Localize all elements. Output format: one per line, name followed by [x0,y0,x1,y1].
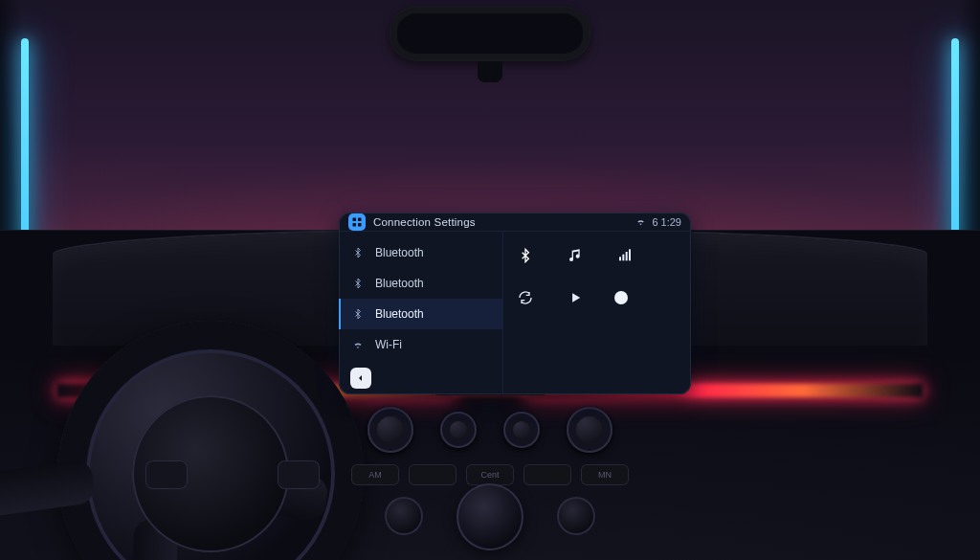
svg-rect-5 [622,255,624,261]
play-icon[interactable] [565,287,586,308]
status-clock: 6 1:29 [652,216,681,228]
screen-header: Connection Settings 6 1:29 [339,213,691,232]
app-icon [348,213,366,231]
music-icon[interactable] [565,245,586,266]
svg-rect-2 [353,223,357,227]
center-console: 12:21 AM Cent MN [346,369,634,560]
wifi-icon [350,339,366,350]
menu-item-label: Wi-Fi [375,338,402,351]
console-button[interactable]: AM [351,464,399,485]
menu-item-bluetooth[interactable]: Bluetooth [339,268,502,299]
car-interior-scene: 12:21 AM Cent MN [0,0,980,560]
jog-side-right[interactable] [557,497,595,535]
svg-rect-6 [626,252,628,260]
console-button-row: AM Cent MN [346,464,634,485]
settings-panel [503,232,691,394]
svg-rect-7 [629,249,631,260]
menu-item-label: Bluetooth [375,277,424,290]
wheel-button-pad-left[interactable] [145,460,188,489]
svg-rect-3 [358,223,362,227]
menu-item-bluetooth[interactable]: Bluetooth [339,237,502,268]
record-icon[interactable] [614,291,628,304]
wheel-button-pad-right[interactable] [278,460,320,489]
menu-item-label: Bluetooth [375,307,424,321]
back-button[interactable] [350,368,371,389]
console-button[interactable]: Cent [466,464,514,485]
console-button[interactable]: MN [581,464,629,485]
climate-knob-mid-1[interactable] [440,412,477,448]
panel-icon-row-2 [515,287,679,308]
bluetooth-icon[interactable] [515,245,536,266]
bluetooth-icon [350,277,366,290]
console-button[interactable] [409,464,457,485]
wifi-status-icon [635,216,646,227]
screen-title: Connection Settings [373,216,476,228]
svg-rect-1 [358,217,362,221]
climate-knob-mid-2[interactable] [503,412,540,448]
status-bar: 6 1:29 [635,216,681,228]
rearview-mirror [390,6,590,61]
menu-item-wifi[interactable]: Wi-Fi [339,329,502,360]
infotainment-screen: Connection Settings 6 1:29 Bluetooth [339,213,691,394]
panel-icon-row-1 [515,245,679,266]
menu-item-label: Bluetooth [375,246,424,259]
climate-knob-left[interactable] [368,407,413,453]
bluetooth-icon [350,246,366,259]
signal-icon[interactable] [614,245,635,266]
menu-item-bluetooth[interactable]: Bluetooth [339,299,502,329]
svg-rect-0 [353,217,357,221]
jog-side-left[interactable] [385,497,423,535]
console-button[interactable] [523,464,571,485]
sync-icon[interactable] [515,287,536,308]
bluetooth-icon [350,307,366,321]
steering-wheel[interactable] [57,321,364,560]
svg-rect-4 [619,257,621,260]
jog-dial[interactable] [457,483,523,550]
settings-menu: Bluetooth Bluetooth Bluetooth [339,232,503,394]
climate-knob-right[interactable] [567,407,612,453]
